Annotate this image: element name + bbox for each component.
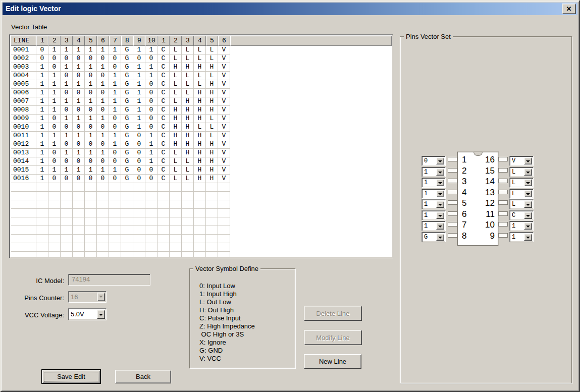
pin-5-dropdown[interactable]: 1 bbox=[421, 199, 446, 209]
empty-cell bbox=[170, 192, 182, 200]
empty-cell bbox=[133, 192, 145, 200]
empty-cell bbox=[48, 192, 61, 200]
empty-cell bbox=[109, 243, 121, 252]
table-row[interactable]: 00020000000G00CLLLLV bbox=[11, 54, 392, 63]
table-row[interactable]: 00031011110G11CHHHHV bbox=[11, 63, 392, 72]
titlebar[interactable]: Edit logic Vector ✕ bbox=[3, 3, 577, 15]
table-row[interactable]: 00161000000G00CLLHHV bbox=[11, 175, 392, 183]
chevron-down-icon[interactable] bbox=[524, 169, 532, 176]
line-number-cell: 0001 bbox=[11, 46, 36, 54]
chevron-down-icon[interactable] bbox=[524, 222, 532, 230]
chevron-down-icon[interactable] bbox=[436, 222, 444, 230]
chevron-down-icon[interactable] bbox=[436, 234, 444, 241]
table-row[interactable]: 00101000000G10CHHLLV bbox=[11, 123, 392, 132]
table-row[interactable]: 00091011110G10CHHHLV bbox=[11, 115, 392, 123]
chip-pin-number-left: 2 bbox=[462, 165, 466, 176]
vector-cell: C bbox=[157, 157, 170, 166]
vector-cell: C bbox=[157, 115, 170, 123]
vector-cell: 1 bbox=[48, 106, 61, 115]
chip-pin-number-left: 1 bbox=[462, 154, 466, 165]
empty-cell bbox=[97, 252, 109, 257]
vector-cell: 1 bbox=[133, 89, 145, 97]
table-row[interactable]: 00061100001G10CLLHHV bbox=[11, 89, 392, 97]
vector-cell: 1 bbox=[61, 149, 73, 157]
close-button[interactable]: ✕ bbox=[562, 4, 576, 14]
pin-11-dropdown[interactable]: C bbox=[509, 210, 534, 220]
vector-cell: 1 bbox=[97, 132, 109, 140]
table-row[interactable]: 00071111111G10CLHHHV bbox=[11, 97, 392, 106]
chevron-down-icon[interactable] bbox=[436, 157, 444, 164]
table-row[interactable]: 00111111111G01CHHHLV bbox=[11, 132, 392, 140]
vector-cell: 0 bbox=[97, 54, 109, 63]
chevron-down-icon[interactable] bbox=[97, 310, 105, 319]
empty-cell bbox=[36, 252, 48, 257]
close-icon: ✕ bbox=[566, 5, 572, 13]
vector-cell: C bbox=[157, 89, 170, 97]
empty-cell bbox=[61, 235, 73, 243]
back-button[interactable]: Back bbox=[115, 370, 171, 383]
pin-3-dropdown[interactable]: 1 bbox=[421, 178, 446, 188]
pin-12-dropdown[interactable]: L bbox=[509, 199, 534, 209]
table-row[interactable]: 00131011110G01CLHHHV bbox=[11, 149, 392, 157]
save-edit-button[interactable]: Save Edit bbox=[42, 370, 100, 383]
vector-table-label: Vector Table bbox=[11, 23, 47, 31]
symbol-define-line: OC High or 3S bbox=[199, 330, 255, 339]
table-row[interactable]: 00121100001G01CHHHHV bbox=[11, 140, 392, 149]
pin-10-dropdown[interactable]: 1 bbox=[509, 221, 534, 231]
chevron-down-icon[interactable] bbox=[524, 212, 532, 219]
table-row[interactable]: 00151111111G00CLLHHV bbox=[11, 166, 392, 175]
empty-cell bbox=[133, 209, 145, 217]
empty-cell bbox=[73, 226, 85, 235]
table-row[interactable]: 00141000000G01CLLHHV bbox=[11, 157, 392, 166]
chevron-down-icon[interactable] bbox=[524, 201, 532, 208]
vector-cell: 1 bbox=[48, 46, 61, 54]
new-line-button[interactable]: New Line bbox=[304, 354, 361, 369]
vector-cell: H bbox=[206, 80, 218, 89]
pin-2-dropdown[interactable]: 1 bbox=[421, 167, 446, 177]
vector-cell: H bbox=[182, 115, 194, 123]
chevron-down-icon[interactable] bbox=[524, 179, 532, 186]
pin-6-dropdown[interactable]: 1 bbox=[421, 210, 446, 220]
chevron-down-icon[interactable] bbox=[524, 234, 532, 241]
pin-1-dropdown[interactable]: 0 bbox=[421, 156, 446, 166]
vector-cell: L bbox=[206, 72, 218, 80]
vector-cell: 0 bbox=[48, 123, 61, 132]
pin-7-dropdown[interactable]: 1 bbox=[421, 221, 446, 231]
pin-value: L bbox=[512, 190, 524, 197]
pin-14-dropdown[interactable]: L bbox=[509, 178, 534, 188]
vector-cell: 1 bbox=[145, 63, 157, 72]
pin-value: 1 bbox=[512, 234, 524, 241]
vector-table-header: LINE12345678910123456 bbox=[11, 36, 392, 46]
chevron-down-icon[interactable] bbox=[436, 179, 444, 186]
pin-9-dropdown[interactable]: 1 bbox=[509, 232, 534, 242]
symbol-define-line: G: GND bbox=[199, 347, 255, 355]
vector-cell: V bbox=[218, 157, 230, 166]
pin-13-dropdown[interactable]: L bbox=[509, 189, 534, 199]
pin-4-dropdown[interactable]: 1 bbox=[421, 189, 446, 199]
column-header: 3 bbox=[182, 36, 194, 46]
chevron-down-icon[interactable] bbox=[436, 212, 444, 219]
table-row[interactable]: 00051111111G10CLLLHV bbox=[11, 80, 392, 89]
table-row[interactable]: 00010111111G11CLLLLV bbox=[11, 46, 392, 54]
chevron-down-icon[interactable] bbox=[436, 169, 444, 176]
vector-cell: 0 bbox=[97, 140, 109, 149]
vcc-voltage-dropdown[interactable]: 5.0V bbox=[68, 308, 107, 320]
chevron-down-icon[interactable] bbox=[436, 201, 444, 208]
chevron-down-icon[interactable] bbox=[436, 190, 444, 197]
empty-cell bbox=[194, 243, 206, 252]
table-row[interactable]: 00041100001G11CLLLLV bbox=[11, 72, 392, 80]
chevron-down-icon[interactable] bbox=[524, 157, 532, 164]
pin-8-dropdown[interactable]: G bbox=[421, 232, 446, 242]
pin-15-dropdown[interactable]: L bbox=[509, 167, 534, 177]
vector-cell: 1 bbox=[36, 89, 48, 97]
vector-cell: C bbox=[157, 123, 170, 132]
empty-cell bbox=[157, 243, 170, 252]
chevron-down-icon[interactable] bbox=[524, 190, 532, 197]
vector-cell: 0 bbox=[133, 132, 145, 140]
empty-cell bbox=[170, 252, 182, 257]
pin-16-dropdown[interactable]: V bbox=[509, 156, 534, 166]
vector-cell: G bbox=[121, 123, 133, 132]
symbol-define-line: 1: Input High bbox=[199, 290, 255, 298]
vector-cell: L bbox=[170, 175, 182, 183]
table-row[interactable]: 00081100001G10CHHHHV bbox=[11, 106, 392, 115]
